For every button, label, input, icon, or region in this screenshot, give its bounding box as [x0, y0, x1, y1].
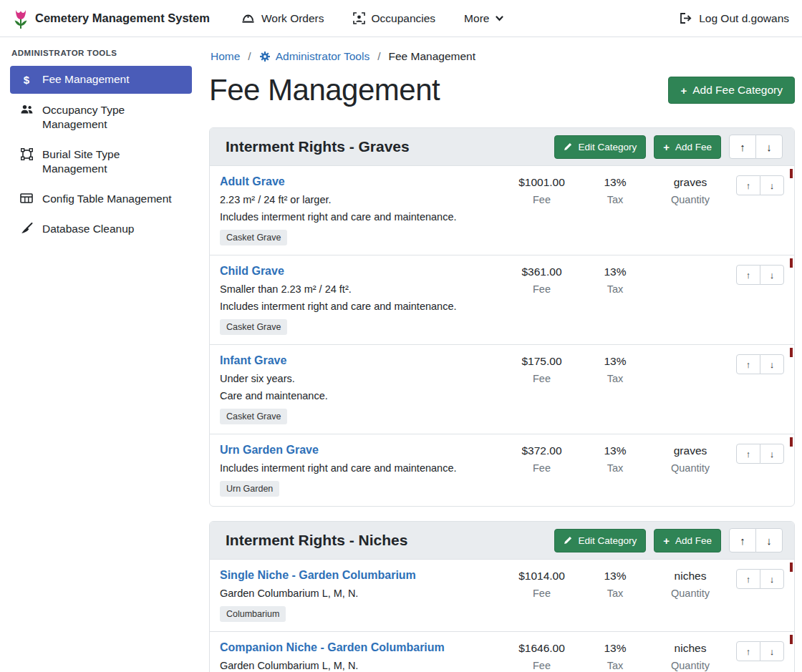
- quantity-label: Quantity: [651, 588, 730, 599]
- breadcrumb-home-link[interactable]: Home: [211, 50, 240, 63]
- arrow-up-icon: ↑: [746, 270, 751, 281]
- move-fee-down-button[interactable]: ↓: [760, 265, 784, 285]
- logout-button[interactable]: Log Out d.gowans: [679, 12, 789, 25]
- nav-item-occupancies[interactable]: Occupancies: [353, 12, 436, 25]
- move-fee-down-button[interactable]: ↓: [760, 175, 784, 195]
- fee-reorder-group: ↑ ↓: [736, 354, 784, 374]
- quantity-label: Quantity: [651, 462, 730, 474]
- fee-amount-label: Fee: [504, 588, 579, 599]
- fee-info: Child Grave Smaller than 2.23 m² / 24 ft…: [220, 265, 504, 335]
- plus-icon: +: [663, 535, 670, 546]
- tax-value: 13%: [579, 642, 651, 655]
- quantity-col: graves Quantity: [651, 175, 730, 205]
- fee-name-link[interactable]: Urn Garden Grave: [220, 444, 319, 457]
- add-fee-button[interactable]: + Add Fee: [654, 135, 721, 159]
- fee-tag: Casket Grave: [220, 409, 287, 424]
- tax-label: Tax: [579, 660, 651, 671]
- fee-name-link[interactable]: Child Grave: [220, 265, 284, 278]
- app-title: Cemetery Management System: [35, 11, 210, 25]
- logout-label: Log Out d.gowans: [699, 12, 789, 25]
- broom-icon: [19, 223, 34, 234]
- move-fee-up-button[interactable]: ↑: [736, 569, 760, 589]
- move-fee-up-button[interactable]: ↑: [736, 265, 760, 285]
- add-fee-category-label: Add Fee Category: [692, 84, 783, 97]
- scroll-match-marker: [790, 635, 793, 644]
- arrow-down-icon: ↓: [766, 535, 772, 547]
- quantity-col: graves Quantity: [651, 444, 730, 474]
- fee-amount-col: $361.00 Fee: [504, 265, 579, 295]
- move-category-down-button[interactable]: ↓: [755, 528, 783, 552]
- app-brand[interactable]: Cemetery Management System: [13, 8, 210, 29]
- sidebar-item-config-table-management[interactable]: Config Table Management: [10, 185, 192, 213]
- move-fee-up-button[interactable]: ↑: [736, 444, 760, 464]
- tax-col: 13% Tax: [579, 569, 651, 599]
- nav-item-work-orders[interactable]: Work Orders: [241, 12, 324, 25]
- quantity-unit: graves: [651, 176, 730, 189]
- pencil-icon: [564, 536, 572, 545]
- add-fee-category-button[interactable]: + Add Fee Category: [668, 77, 795, 104]
- fee-description: Smaller than 2.23 m² / 24 ft².: [220, 283, 504, 295]
- move-fee-up-button[interactable]: ↑: [736, 175, 760, 195]
- category-title: Interment Rights - Niches: [221, 532, 407, 549]
- fee-info: Single Niche - Garden Columbarium Garden…: [220, 569, 504, 622]
- arrow-down-icon: ↓: [770, 270, 775, 281]
- category-title: Interment Rights - Graves: [221, 138, 410, 155]
- tax-col: 13% Tax: [579, 265, 651, 295]
- arrow-up-icon: ↑: [746, 359, 751, 370]
- move-fee-down-button[interactable]: ↓: [760, 354, 784, 374]
- fee-amount-col: $175.00 Fee: [504, 354, 579, 384]
- move-fee-down-button[interactable]: ↓: [760, 444, 784, 464]
- fee-name-link[interactable]: Single Niche - Garden Columbarium: [220, 569, 416, 582]
- fee-amount-label: Fee: [504, 462, 579, 474]
- tax-value: 13%: [579, 176, 651, 189]
- scroll-match-marker: [790, 348, 793, 357]
- edit-category-button[interactable]: Edit Category: [554, 135, 646, 159]
- sidebar-item-occupancy-type-management[interactable]: Occupancy Type Management: [10, 97, 192, 138]
- category-header: Interment Rights - Niches Edit Category …: [210, 522, 794, 560]
- arrow-up-icon: ↑: [746, 574, 751, 585]
- fee-description: Garden Columbarium L, M, N.: [220, 588, 504, 599]
- plus-icon: +: [663, 142, 670, 152]
- sidebar-item-burial-site-type-management[interactable]: Burial Site Type Management: [10, 141, 192, 182]
- tax-label: Tax: [579, 588, 651, 599]
- fee-description: Under six years.: [220, 373, 504, 384]
- quantity-col: niches Quantity: [651, 641, 730, 671]
- fee-tag: Columbarium: [220, 606, 286, 622]
- fee-name-link[interactable]: Infant Grave: [220, 354, 286, 367]
- fee-amount: $1001.00: [504, 176, 579, 189]
- sidebar-item-fee-management[interactable]: $ Fee Management: [10, 66, 192, 94]
- sidebar-item-database-cleanup[interactable]: Database Cleanup: [10, 215, 192, 243]
- move-category-down-button[interactable]: ↓: [755, 135, 783, 159]
- dollar-icon: $: [19, 73, 34, 87]
- fee-row: Infant Grave Under six years. Care and m…: [210, 345, 794, 434]
- move-category-up-button[interactable]: ↑: [729, 528, 756, 552]
- move-fee-up-button[interactable]: ↑: [736, 354, 760, 374]
- add-fee-button[interactable]: + Add Fee: [654, 529, 721, 552]
- table-icon: [19, 193, 34, 204]
- quantity-unit: niches: [651, 570, 730, 583]
- fee-tag: Urn Garden: [220, 481, 279, 497]
- move-fee-down-button[interactable]: ↓: [760, 641, 784, 661]
- arrow-down-icon: ↓: [770, 574, 775, 585]
- breadcrumb-separator: /: [377, 50, 380, 63]
- breadcrumb-admin-tools-link[interactable]: Administrator Tools: [276, 50, 370, 63]
- fee-description: Includes interment right and care and ma…: [220, 301, 504, 312]
- fee-row: Adult Grave 2.23 m² / 24 ft² or larger. …: [210, 166, 794, 255]
- pencil-icon: [564, 142, 572, 151]
- fee-name-link[interactable]: Companion Niche - Garden Columbarium: [220, 641, 445, 654]
- move-category-up-button[interactable]: ↑: [729, 135, 756, 159]
- move-fee-down-button[interactable]: ↓: [760, 569, 784, 589]
- fee-amount: $175.00: [504, 355, 579, 368]
- fee-reorder-group: ↑ ↓: [736, 444, 784, 464]
- category-reorder-group: ↑ ↓: [729, 528, 783, 552]
- tax-col: 13% Tax: [579, 444, 651, 474]
- move-fee-up-button[interactable]: ↑: [736, 641, 760, 661]
- fee-name-link[interactable]: Adult Grave: [220, 175, 285, 188]
- nav-item-more[interactable]: More: [464, 12, 503, 25]
- fee-info: Companion Niche - Garden Columbarium Gar…: [220, 641, 504, 672]
- fee-reorder-group: ↑ ↓: [736, 569, 784, 589]
- fee-amount-col: $1014.00 Fee: [504, 569, 579, 599]
- edit-category-button[interactable]: Edit Category: [554, 529, 646, 552]
- arrow-up-icon: ↑: [746, 180, 751, 191]
- fee-row: Child Grave Smaller than 2.23 m² / 24 ft…: [210, 255, 794, 345]
